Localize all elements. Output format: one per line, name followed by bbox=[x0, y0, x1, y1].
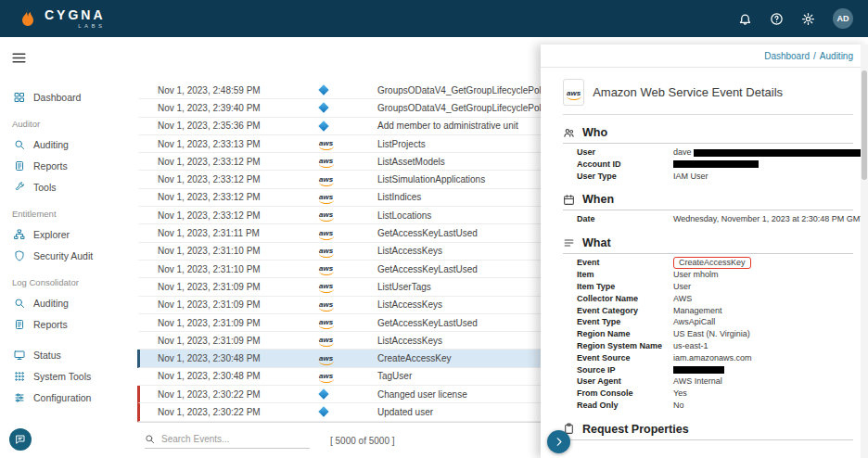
detail-label: Read Only bbox=[577, 400, 673, 412]
search-icon bbox=[14, 139, 25, 150]
sidebar-item-reports[interactable]: Reports bbox=[0, 155, 137, 176]
sidebar-item-label: Auditing bbox=[33, 298, 69, 309]
aws-icon: aws bbox=[319, 373, 377, 380]
panel-sections: WhoUserdave Account IDUser TypeIAM UserW… bbox=[563, 126, 853, 443]
event-time: Nov 1, 2023, 2:30:48 PM bbox=[140, 353, 319, 363]
sidebar-section-label: Log Consolidator bbox=[12, 277, 137, 287]
detail-row: Account ID bbox=[563, 159, 853, 171]
system-icon bbox=[14, 371, 25, 382]
detail-value bbox=[673, 364, 724, 376]
aws-icon: aws bbox=[319, 355, 377, 363]
event-time: Nov 1, 2023, 2:48:59 PM bbox=[140, 85, 319, 95]
detail-row: Event CategoryManagement bbox=[563, 305, 853, 317]
sidebar-item-label: Auditing bbox=[33, 139, 69, 150]
breadcrumb-separator: / bbox=[813, 51, 816, 61]
sidebar-gap bbox=[0, 335, 137, 344]
detail-label: Event Source bbox=[577, 352, 673, 364]
detail-label: Item bbox=[577, 269, 673, 281]
sidebar-item-reports[interactable]: Reports bbox=[0, 313, 137, 335]
shield-icon bbox=[14, 250, 25, 261]
detail-rows: Userdave Account IDUser TypeIAM User bbox=[563, 144, 853, 182]
sidebar-item-system-tools[interactable]: System Tools bbox=[0, 365, 137, 387]
event-time: Nov 1, 2023, 2:39:40 PM bbox=[140, 103, 319, 113]
people-icon bbox=[563, 127, 575, 139]
aws-icon: aws bbox=[319, 301, 377, 309]
detail-row: DateWednesday, November 1, 2023 at 2:30:… bbox=[563, 213, 853, 225]
panel-scrollbar[interactable] bbox=[861, 45, 868, 458]
sidebar-item-status[interactable]: Status bbox=[0, 344, 137, 365]
detail-label: Region System Name bbox=[577, 340, 673, 352]
scrollbar-thumb[interactable] bbox=[862, 70, 867, 180]
detail-label: Date bbox=[577, 213, 673, 225]
azure-icon bbox=[319, 122, 377, 130]
detail-label: Source IP bbox=[577, 364, 673, 376]
breadcrumb-auditing[interactable]: Auditing bbox=[820, 51, 853, 61]
event-time: Nov 1, 2023, 2:30:22 PM bbox=[140, 389, 319, 400]
detail-rows: DateWednesday, November 1, 2023 at 2:30:… bbox=[563, 210, 853, 225]
sidebar-item-security-audit[interactable]: Security Audit bbox=[0, 245, 137, 266]
event-time: Nov 1, 2023, 2:33:12 PM bbox=[140, 174, 319, 184]
sidebar-item-dashboard[interactable]: Dashboard bbox=[0, 86, 137, 108]
sidebar-item-auditing[interactable]: Auditing bbox=[0, 292, 137, 313]
detail-row: ItemUser mholm bbox=[563, 269, 853, 281]
section-header: Who bbox=[563, 126, 853, 144]
user-avatar[interactable]: AD bbox=[833, 8, 853, 29]
detail-row: Source IP bbox=[563, 364, 853, 376]
aws-icon: aws bbox=[319, 194, 377, 201]
detail-value: User mholm bbox=[673, 269, 719, 281]
detail-value: AwsApiCall bbox=[673, 316, 715, 328]
detail-value: AWS Internal bbox=[673, 375, 722, 388]
sidebar-section-label: Entitlement bbox=[12, 209, 137, 219]
search-icon bbox=[145, 434, 155, 444]
sidebar-gap bbox=[0, 77, 137, 86]
sidebar-item-label: Dashboard bbox=[33, 92, 81, 103]
sidebar-item-label: Explorer bbox=[33, 229, 70, 240]
detail-value: Yes bbox=[673, 388, 687, 400]
search-events-input[interactable] bbox=[160, 433, 291, 445]
sidebar-item-label: Reports bbox=[33, 319, 68, 330]
detail-rows bbox=[563, 440, 853, 443]
azure-icon bbox=[319, 86, 377, 94]
detail-value: Management bbox=[673, 305, 722, 317]
detail-row: EventCreateAccessKey bbox=[563, 257, 853, 269]
detail-row: Region System Nameus-east-1 bbox=[563, 340, 853, 352]
detail-value: User bbox=[673, 281, 691, 293]
detail-value bbox=[673, 159, 759, 171]
aws-logo-icon: aws bbox=[563, 79, 584, 106]
help-icon[interactable] bbox=[770, 12, 784, 26]
gear-icon[interactable] bbox=[801, 12, 815, 26]
breadcrumb-dashboard[interactable]: Dashboard bbox=[764, 51, 810, 61]
aws-icon: aws bbox=[319, 230, 377, 237]
detail-row: Event Sourceiam.amazonaws.com bbox=[563, 352, 853, 364]
event-time: Nov 1, 2023, 2:35:36 PM bbox=[140, 121, 319, 131]
detail-value: AWS bbox=[673, 293, 692, 305]
azure-icon bbox=[319, 408, 377, 415]
sidebar-item-auditing[interactable]: Auditing bbox=[0, 134, 137, 155]
list-icon bbox=[563, 237, 575, 249]
grid-icon bbox=[14, 92, 25, 103]
chat-button[interactable] bbox=[9, 428, 32, 451]
detail-label: User Type bbox=[577, 171, 673, 183]
detail-row: Read OnlyNo bbox=[563, 400, 853, 412]
sidebar-item-explorer[interactable]: Explorer bbox=[0, 223, 137, 245]
cygna-logo[interactable]: CYGNA LABS bbox=[15, 7, 106, 30]
breadcrumb: Dashboard / Auditing bbox=[541, 45, 868, 68]
detail-value: Wednesday, November 1, 2023 at 2:30:48 P… bbox=[673, 213, 868, 225]
detail-row: From ConsoleYes bbox=[563, 388, 853, 400]
detail-row: Region NameUS East (N. Virginia) bbox=[563, 328, 853, 340]
detail-label: Event Category bbox=[577, 305, 673, 317]
collapse-panel-button[interactable] bbox=[547, 430, 570, 453]
status-icon bbox=[14, 350, 25, 361]
sidebar-item-configuration[interactable]: Configuration bbox=[0, 387, 137, 408]
detail-label: Event bbox=[577, 257, 673, 269]
event-time: Nov 1, 2023, 2:31:09 PM bbox=[140, 299, 319, 310]
section-title: When bbox=[582, 193, 614, 206]
detail-label: Item Type bbox=[577, 281, 673, 293]
event-time: Nov 1, 2023, 2:31:11 PM bbox=[140, 228, 319, 238]
sidebar-item-tools[interactable]: Tools bbox=[0, 176, 137, 197]
row-count: [ 5000 of 5000 ] bbox=[330, 436, 395, 446]
sidebar-item-label: Status bbox=[33, 350, 61, 361]
bell-icon[interactable] bbox=[738, 12, 752, 26]
detail-label: Event Type bbox=[577, 316, 673, 328]
menu-toggle-icon[interactable] bbox=[11, 50, 27, 66]
